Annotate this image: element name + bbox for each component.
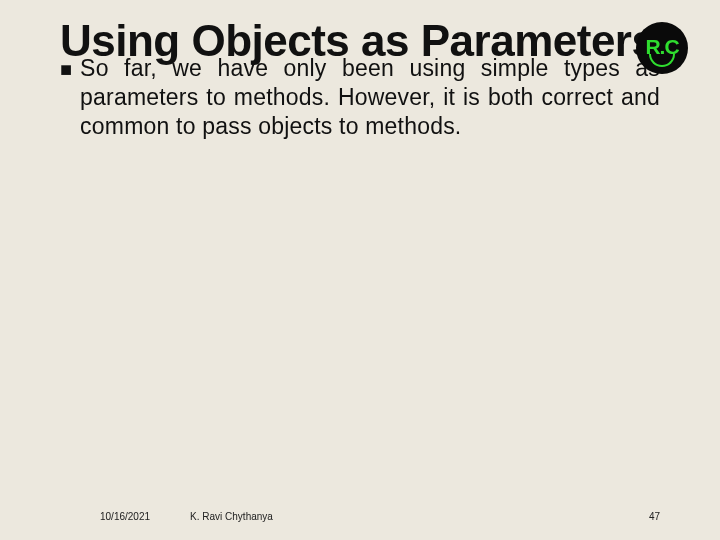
body-row: ■ So far, we have only been using simple… bbox=[60, 54, 660, 140]
footer-page-number: 47 bbox=[649, 511, 660, 522]
footer-author: K. Ravi Chythanya bbox=[190, 511, 273, 522]
slide-container: Using Objects as Parameters ■ So far, we… bbox=[0, 0, 720, 540]
logo-badge: R.C bbox=[636, 22, 688, 74]
footer: 10/16/2021 K. Ravi Chythanya 47 bbox=[100, 511, 660, 522]
body-text: So far, we have only been using simple t… bbox=[80, 54, 660, 140]
logo-arc-icon bbox=[649, 54, 675, 67]
footer-date: 10/16/2021 bbox=[100, 511, 150, 522]
bullet-icon: ■ bbox=[60, 56, 72, 82]
